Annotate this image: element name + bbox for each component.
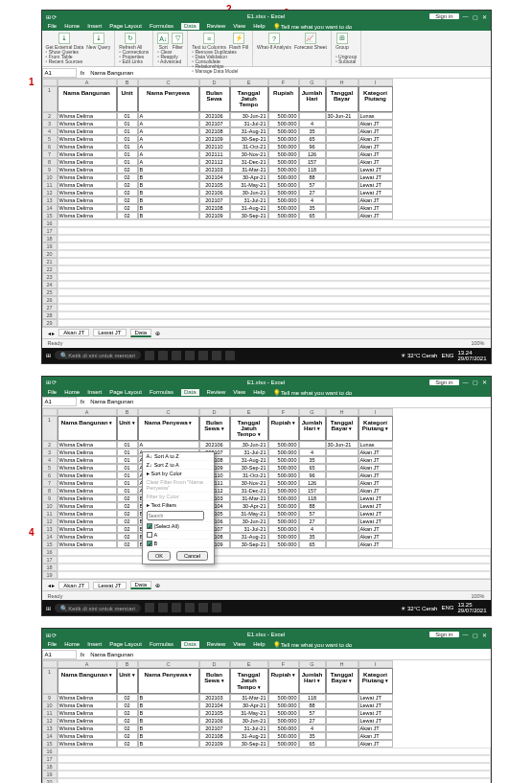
header-7[interactable]: Tanggal Bayar ▾ (326, 416, 359, 442)
col-header-E[interactable]: E (230, 660, 268, 668)
menu-view[interactable]: View (233, 23, 245, 30)
cell[interactable]: A (138, 143, 199, 150)
table-row[interactable]: 8Wisma Delima01A20211231-Dec-21500.00015… (42, 487, 491, 495)
select-all[interactable]: ✓ (Select All) (143, 522, 214, 531)
cell[interactable]: 31-Jul-21 (230, 196, 268, 204)
cell[interactable]: 31-Oct-21 (230, 143, 268, 150)
cell[interactable] (326, 120, 359, 127)
cell[interactable]: 02 (117, 196, 138, 204)
header-2[interactable]: Nama Penyewa ▾ (138, 416, 199, 442)
cell[interactable]: 202109 (199, 212, 230, 219)
cell[interactable]: 02 (117, 732, 138, 740)
menu-formulas[interactable]: Formulas (150, 641, 173, 648)
table-row[interactable]: 11Wisma Delima02B20210531-May-21500.0005… (42, 709, 491, 717)
cell[interactable]: Lewat JT (359, 495, 393, 502)
row-header[interactable]: 1 (42, 86, 58, 112)
cell[interactable]: 31-Jul-21 (230, 449, 268, 456)
col-header-I[interactable]: I (359, 408, 393, 416)
cell[interactable] (326, 464, 359, 472)
select-all-cell[interactable] (42, 660, 58, 668)
cell[interactable]: 202107 (199, 196, 230, 204)
cell[interactable]: Wisma Delima (58, 127, 117, 135)
cell[interactable]: 500.000 (268, 181, 299, 189)
cell[interactable]: 500.000 (268, 740, 299, 748)
header-6[interactable]: Jumlah Hari ▾ (299, 668, 326, 694)
cell[interactable]: 30-Jun-21 (230, 112, 268, 120)
cell[interactable]: 500.000 (268, 732, 299, 740)
cell[interactable]: 88 (299, 502, 326, 510)
table-row[interactable]: 3Wisma Delima01A20210731-Jul-21500.0004A… (42, 449, 491, 456)
cell[interactable]: B (138, 702, 199, 709)
cell[interactable]: 02 (117, 725, 138, 732)
cell[interactable]: 500.000 (268, 127, 299, 135)
cell[interactable]: 01 (117, 487, 138, 495)
col-header-E[interactable]: E (230, 408, 268, 416)
menu-data[interactable]: Data (181, 23, 199, 30)
row-header[interactable]: 12 (42, 189, 58, 196)
cell[interactable]: Wisma Delima (58, 135, 117, 143)
menu-insert[interactable]: Insert (87, 389, 102, 396)
cell[interactable]: Akan JT (359, 120, 393, 127)
sheet-tab-akan-jt[interactable]: Akan JT (58, 582, 89, 589)
minimize-icon[interactable]: — (463, 13, 469, 19)
cell[interactable] (326, 204, 359, 212)
cell[interactable]: Akan JT (359, 456, 393, 464)
cell[interactable]: 02 (117, 533, 138, 541)
header-7[interactable]: Tanggal Bayar ▾ (326, 668, 359, 694)
cell[interactable]: 01 (117, 456, 138, 464)
cell[interactable]: 65 (299, 212, 326, 219)
cell[interactable]: Lewat JT (359, 502, 393, 510)
cell[interactable]: 500.000 (268, 487, 299, 495)
cell[interactable] (326, 525, 359, 533)
cell[interactable]: 01 (117, 158, 138, 166)
cell[interactable]: 31-Mar-21 (230, 694, 268, 702)
header-3[interactable]: Bulan Sewa ▾ (199, 416, 230, 442)
select-all-cell[interactable] (42, 79, 58, 86)
cell[interactable]: 4 (299, 196, 326, 204)
cell[interactable]: 500.000 (268, 525, 299, 533)
cell[interactable]: 202109 (199, 740, 230, 748)
col-header-G[interactable]: G (299, 408, 326, 416)
sort-color[interactable]: ▸ Sort by Color (143, 470, 214, 478)
cell[interactable]: Akan JT (359, 479, 393, 487)
formula-content[interactable]: Nama Bangunan (88, 70, 490, 76)
cell[interactable]: 500.000 (268, 441, 299, 449)
row-header[interactable]: 13 (42, 525, 58, 533)
cell[interactable] (326, 702, 359, 709)
menu-home[interactable]: Home (64, 641, 80, 648)
cell[interactable]: 02 (117, 204, 138, 212)
cell[interactable]: Akan JT (359, 740, 393, 748)
table-row[interactable]: 10Wisma Delima02B20210430-Apr-21500.0008… (42, 173, 491, 181)
cell[interactable]: 31-Mar-21 (230, 166, 268, 173)
table-row[interactable]: 3Wisma Delima01A20210731-Jul-21500.0004A… (42, 120, 491, 127)
cell[interactable]: Akan JT (359, 464, 393, 472)
cell[interactable]: 4 (299, 725, 326, 732)
cell[interactable]: Wisma Delima (58, 173, 117, 181)
close-icon[interactable]: ✕ (482, 13, 487, 20)
col-header-D[interactable]: D (199, 79, 230, 86)
col-header-H[interactable]: H (326, 660, 359, 668)
cell[interactable]: Lunas (359, 441, 393, 449)
cell[interactable]: 02 (117, 702, 138, 709)
cell[interactable]: 202105 (199, 709, 230, 717)
ribbon-recent-sources[interactable]: ▫ Recent Sources (46, 59, 111, 64)
lang[interactable]: ENG (441, 353, 453, 358)
cell[interactable]: 01 (117, 127, 138, 135)
header-1[interactable]: Unit ▾ (117, 668, 138, 694)
header-0[interactable]: Nama Bangunan ▾ (58, 668, 117, 694)
cell[interactable]: 202108 (199, 127, 230, 135)
cell[interactable]: 31-Jul-21 (230, 725, 268, 732)
cell[interactable]: 202112 (199, 158, 230, 166)
cell[interactable]: A (138, 150, 199, 158)
cell[interactable]: 500.000 (268, 456, 299, 464)
cell[interactable] (326, 709, 359, 717)
cell[interactable]: Wisma Delima (58, 702, 117, 709)
cell[interactable] (326, 502, 359, 510)
row-header[interactable]: 2 (42, 441, 58, 449)
cell[interactable]: B (138, 166, 199, 173)
header-8[interactable]: Kategori Piutang ▾ (359, 416, 393, 442)
cell[interactable] (326, 158, 359, 166)
cell[interactable]: A (138, 135, 199, 143)
ribbon-forecast-sheet[interactable]: 📈Forecast Sheet (294, 33, 327, 50)
cell[interactable] (326, 166, 359, 173)
